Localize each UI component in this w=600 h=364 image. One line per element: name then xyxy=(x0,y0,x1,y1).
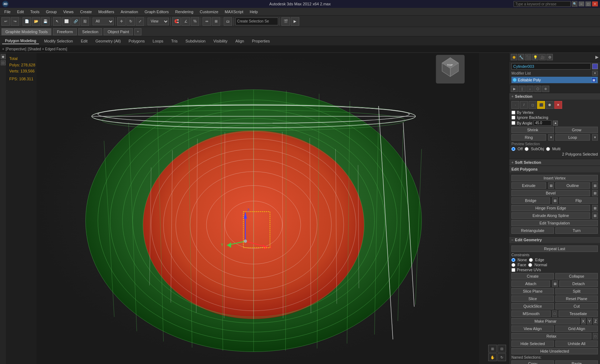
app-logo[interactable]: 3D xyxy=(2,1,9,7)
nav-icon-5[interactable]: ⊕ xyxy=(542,86,549,92)
sub-tab-polygons[interactable]: Polygons xyxy=(126,38,148,44)
nav-icon-4[interactable]: ⬡ xyxy=(534,86,541,92)
graphite-tab-extra[interactable]: + xyxy=(134,28,141,35)
menu-file[interactable]: File xyxy=(1,9,14,15)
open-button[interactable]: 📂 xyxy=(32,17,40,26)
outline-settings-btn[interactable]: ▦ xyxy=(592,182,598,189)
subobj-red-icon[interactable]: ✕ xyxy=(554,101,562,109)
mirror-button[interactable]: ⇔ xyxy=(202,17,211,26)
zoom-extents-button[interactable]: ⊞ xyxy=(488,345,497,353)
create-button[interactable]: Create xyxy=(511,273,554,279)
sub-tab-polygon-modeling[interactable]: Polygon Modeling xyxy=(2,38,39,44)
sub-tab-geometry-all[interactable]: Geometry (All) xyxy=(92,38,124,44)
ignore-backfacing-checkbox[interactable] xyxy=(511,116,515,120)
outline-button[interactable]: Outline xyxy=(555,182,590,189)
sub-tab-tris[interactable]: Tris xyxy=(168,38,180,44)
cut-button[interactable]: Cut xyxy=(555,303,598,309)
menu-customize[interactable]: Customize xyxy=(197,9,221,15)
select-object-button[interactable]: ↖ xyxy=(53,17,61,26)
copy-named-sel-button[interactable]: Copy xyxy=(511,360,554,364)
render-setup-button[interactable]: 🎬 xyxy=(281,17,290,26)
tessellate-button[interactable]: Tessellate xyxy=(559,310,598,317)
menu-rendering[interactable]: Rendering xyxy=(172,9,196,15)
layer-manager-button[interactable]: 🗂 xyxy=(224,17,232,26)
select-region-button[interactable]: ⬜ xyxy=(62,17,71,26)
quickslice-button[interactable]: QuickSlice xyxy=(511,303,554,309)
by-vertex-checkbox[interactable] xyxy=(511,111,515,115)
preview-off-radio[interactable] xyxy=(511,147,515,151)
bridge-settings-btn[interactable]: ▦ xyxy=(552,197,558,204)
select-move-button[interactable]: ✛ xyxy=(117,17,126,26)
slice-plane-button[interactable]: Slice Plane xyxy=(511,288,554,294)
unlink-button[interactable]: ⛓ xyxy=(81,17,89,26)
make-planar-x-btn[interactable]: X xyxy=(581,318,586,324)
object-color-swatch[interactable] xyxy=(592,64,598,69)
zoom-extents-all-button[interactable]: ⊟ xyxy=(498,345,506,353)
menu-animation[interactable]: Animation xyxy=(118,9,141,15)
retriangulate-button[interactable]: Retriangulate xyxy=(511,227,554,234)
modifier-entry[interactable]: Editable Poly ▦ xyxy=(511,77,598,83)
sub-tab-subdivision[interactable]: Subdivision xyxy=(182,38,208,44)
ring-spinner[interactable]: ▼ xyxy=(548,134,554,141)
new-button[interactable]: 📄 xyxy=(22,17,31,26)
percent-snap-button[interactable]: % xyxy=(191,17,199,26)
render-button[interactable]: ▶ xyxy=(291,17,299,26)
undo-button[interactable]: ↩ xyxy=(1,17,10,26)
panel-icon-5[interactable]: 🎥 xyxy=(539,54,546,60)
pan-button[interactable]: ✋ xyxy=(488,353,497,361)
constraint-edge-radio[interactable] xyxy=(529,258,533,262)
bevel-settings-btn[interactable]: ▦ xyxy=(592,190,598,196)
extrude-spline-settings-btn[interactable]: ▦ xyxy=(592,212,598,219)
minimize-button[interactable]: − xyxy=(579,1,584,6)
menu-edit[interactable]: Edit xyxy=(14,9,27,15)
flip-button[interactable]: Flip xyxy=(559,197,598,204)
create-selection-set-input[interactable]: Create Selection Se xyxy=(235,17,278,25)
graphite-tab-modeling[interactable]: Graphite Modeling Tools xyxy=(1,28,51,35)
sub-tab-align[interactable]: Align xyxy=(232,38,247,44)
paste-named-sel-button[interactable]: Paste xyxy=(555,360,598,364)
msmooth-check[interactable]: □ xyxy=(552,310,557,317)
panel-icon-2[interactable]: 🔧 xyxy=(518,54,524,60)
modifier-options-icon[interactable]: ▦ xyxy=(591,77,596,82)
edit-triangulation-button[interactable]: Edit Triangulation xyxy=(511,220,598,226)
panel-icon-3[interactable]: ⬛ xyxy=(525,54,531,60)
viewport[interactable]: Total Polys: 278,628 Verts: 139,566 FPS:… xyxy=(6,53,509,364)
menu-group[interactable]: Group xyxy=(43,9,60,15)
grow-button[interactable]: Grow xyxy=(555,127,598,133)
relax-check[interactable]: □ xyxy=(593,333,598,339)
preview-subobj-radio[interactable] xyxy=(525,147,529,151)
nav-icon-1[interactable]: ▶ xyxy=(511,86,518,92)
menu-help[interactable]: Help xyxy=(247,9,261,15)
panel-icon-4[interactable]: 💡 xyxy=(532,54,539,60)
preserve-uvs-checkbox[interactable] xyxy=(511,268,515,272)
select-scale-button[interactable]: ⤢ xyxy=(136,17,144,26)
insert-vertex-button[interactable]: Insert Vertex xyxy=(511,175,598,181)
selection-header[interactable]: + Selection xyxy=(509,93,600,100)
left-tool-2[interactable]: ⬡ xyxy=(1,60,6,65)
repeat-last-button[interactable]: Repeat Last xyxy=(511,246,598,252)
panel-icon-1[interactable]: ⬢ xyxy=(511,54,517,60)
snap-toggle[interactable]: 🧲 xyxy=(172,17,181,26)
link-button[interactable]: 🔗 xyxy=(71,17,80,26)
menu-graph-editors[interactable]: Graph Editors xyxy=(142,9,172,15)
by-angle-checkbox[interactable] xyxy=(511,121,515,125)
view-align-button[interactable]: View Align xyxy=(511,325,554,332)
extrude-settings-btn[interactable]: ▦ xyxy=(548,182,554,189)
viewport-perspective-label[interactable]: [Perspective] xyxy=(6,47,26,51)
modifier-list-dropdown-arrow[interactable]: ▼ xyxy=(592,71,598,76)
filter-dropdown[interactable]: All xyxy=(92,17,114,25)
menu-views[interactable]: Views xyxy=(60,9,76,15)
sub-tab-edit[interactable]: Edit xyxy=(78,38,90,44)
search-icon[interactable]: 🔍 xyxy=(572,1,578,7)
scene-svg[interactable]: Z X Y TOP xyxy=(6,53,509,364)
select-rotate-button[interactable]: ↻ xyxy=(126,17,135,26)
constraint-normal-radio[interactable] xyxy=(528,263,532,267)
msmooth-button[interactable]: MSmooth xyxy=(511,310,551,317)
preview-multi-radio[interactable] xyxy=(546,147,550,151)
bridge-button[interactable]: Bridge xyxy=(511,197,550,204)
orbit-button[interactable]: ↻ xyxy=(498,353,506,361)
angle-up-btn[interactable]: ▲ xyxy=(553,121,558,126)
unhide-all-button[interactable]: Unhide All xyxy=(555,340,598,347)
hinge-settings-btn[interactable]: ▦ xyxy=(592,205,598,211)
align-button[interactable]: ⊞ xyxy=(212,17,220,26)
